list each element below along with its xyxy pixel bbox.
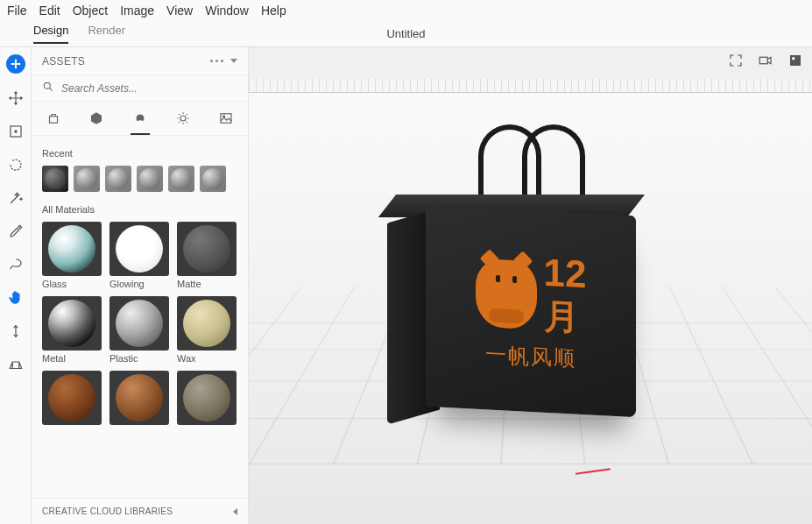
recent-material-thumb[interactable]: [105, 166, 131, 192]
recent-material-thumb[interactable]: [168, 166, 194, 192]
material-label: Metal: [42, 353, 102, 364]
recent-material-thumb[interactable]: [74, 166, 100, 192]
axis-indicator: [575, 468, 611, 475]
canvas-3d[interactable]: 12 月 一帆风顺: [249, 93, 812, 524]
material-item[interactable]: Metal: [42, 296, 102, 364]
cat-graphic: [475, 258, 536, 330]
selection-tool-icon[interactable]: [7, 123, 25, 140]
left-tool-column: [0, 47, 32, 524]
assets-panel-menu-icon[interactable]: [210, 60, 223, 62]
mode-tab-bar: Design Render Untitled: [0, 21, 812, 47]
svg-point-7: [223, 116, 225, 117]
recent-material-thumb[interactable]: [42, 166, 68, 192]
assets-tab-models-icon[interactable]: [46, 110, 61, 126]
menu-view[interactable]: View: [166, 4, 193, 18]
undo-tool-icon[interactable]: [7, 156, 25, 173]
all-materials-label: All Materials: [42, 204, 237, 215]
lasso-tool-icon[interactable]: [7, 256, 25, 273]
tab-design[interactable]: Design: [33, 24, 68, 44]
fullscreen-icon[interactable]: [728, 53, 744, 68]
move-tool-icon[interactable]: [7, 89, 25, 107]
assets-panel-title: ASSETS: [42, 55, 85, 67]
svg-point-1: [14, 131, 16, 132]
render-settings-icon[interactable]: [787, 53, 803, 68]
svg-rect-6: [221, 114, 231, 124]
document-title: Untitled: [386, 27, 425, 40]
bag-text: 一帆风顺: [485, 340, 576, 372]
menu-edit[interactable]: Edit: [39, 4, 60, 18]
recent-material-thumb[interactable]: [200, 166, 226, 192]
material-item[interactable]: Matte: [177, 222, 237, 289]
add-button[interactable]: [6, 54, 25, 74]
svg-rect-3: [50, 117, 58, 124]
material-label: Glass: [42, 279, 102, 289]
assets-panel-collapse-icon[interactable]: [230, 59, 237, 63]
assets-search-input[interactable]: [61, 82, 237, 95]
assets-tab-materials-icon[interactable]: [88, 110, 104, 126]
recent-material-thumb[interactable]: [137, 166, 163, 192]
horizontal-ruler: [249, 79, 812, 93]
menu-image[interactable]: Image: [120, 4, 154, 18]
assets-tab-lights-icon[interactable]: [132, 110, 148, 126]
material-item[interactable]: [42, 371, 102, 428]
menu-file[interactable]: File: [7, 4, 27, 18]
viewport[interactable]: 12 月 一帆风顺: [249, 47, 812, 524]
assets-tab-environments-icon[interactable]: [175, 110, 191, 126]
material-label: Glowing: [109, 279, 170, 289]
perspective-tool-icon[interactable]: [7, 356, 25, 373]
bag-month: 月: [543, 292, 586, 343]
svg-rect-8: [759, 57, 767, 64]
material-label: Matte: [177, 279, 237, 289]
svg-rect-10: [792, 57, 794, 60]
recent-materials-row: [42, 166, 237, 192]
vertical-move-tool-icon[interactable]: [7, 322, 25, 340]
material-item[interactable]: [109, 371, 170, 428]
bag-number: 12: [543, 253, 586, 294]
svg-rect-9: [790, 55, 801, 66]
menu-bar: File Edit Object Image View Window Help: [0, 0, 812, 21]
cc-libraries-label[interactable]: CREATIVE CLOUD LIBRARIES: [42, 506, 173, 516]
material-label: Wax: [177, 353, 237, 364]
cc-libraries-expand-icon[interactable]: [233, 508, 237, 515]
menu-help[interactable]: Help: [261, 4, 286, 18]
material-item[interactable]: Wax: [177, 296, 237, 364]
assets-tab-images-icon[interactable]: [218, 110, 234, 126]
recent-label: Recent: [42, 148, 237, 159]
camera-bookmark-icon[interactable]: [758, 53, 773, 68]
magic-wand-tool-icon[interactable]: [7, 189, 25, 207]
assets-panel: ASSETS Recent: [32, 47, 249, 524]
material-item[interactable]: Glass: [42, 222, 102, 289]
material-label: Plastic: [109, 353, 170, 364]
material-item[interactable]: [177, 371, 237, 428]
eyedropper-tool-icon[interactable]: [7, 223, 25, 240]
svg-point-5: [180, 116, 186, 121]
menu-window[interactable]: Window: [205, 4, 249, 18]
tab-render[interactable]: Render: [88, 24, 125, 44]
material-item[interactable]: Glowing: [109, 222, 170, 289]
shopping-bag-model[interactable]: 12 月 一帆风顺: [426, 210, 636, 412]
material-item[interactable]: Plastic: [109, 296, 170, 364]
menu-object[interactable]: Object: [73, 4, 108, 18]
search-icon: [42, 81, 54, 96]
hand-tool-icon[interactable]: [7, 289, 25, 307]
svg-point-2: [44, 82, 50, 89]
